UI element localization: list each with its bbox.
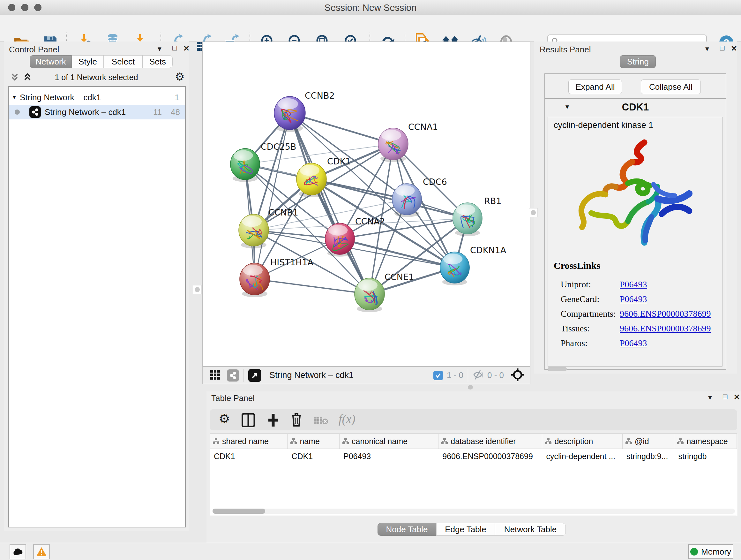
table-cell: CDK1 [287,452,340,461]
node-label-HIST1H1A: HIST1H1A [270,257,314,267]
tab-network[interactable]: Network [30,55,72,68]
node-label-CDKN1A: CDKN1A [470,245,507,255]
column-header--id[interactable]: @id [623,434,675,449]
node-label-CDK1: CDK1 [327,157,351,166]
network-status-dot [15,110,20,115]
crosslink-label: Tissues: [561,323,620,334]
crosslink-link[interactable]: P06493 [620,279,647,290]
delete-table-icon [314,416,328,427]
node-label-RB1: RB1 [484,196,501,206]
collapse-all-button[interactable]: Collapse All [641,79,701,94]
fit-selection-crosshair-icon[interactable] [511,368,524,383]
crosslinks-title: CrossLinks [554,260,600,271]
control-panel-title: Control Panel [9,45,59,55]
hidden-count: 0 - 0 [487,370,504,380]
crosslink-link[interactable]: P06493 [620,338,647,348]
open-in-window-icon[interactable] [248,369,261,382]
cytoscape-window: Session: New Session [0,0,741,560]
network-collection-label: String Network – cdk1 [20,92,101,103]
table-cell: P06493 [340,452,439,461]
left-splitter-handle[interactable] [193,285,202,294]
selected-checkbox-icon[interactable] [433,371,443,380]
table-hscrollbar[interactable] [212,509,735,514]
network-node-CCNB2[interactable]: CCNB2 [274,91,334,132]
expand-all-button[interactable]: Expand All [568,79,622,94]
table-header-row: shared namenamecanonical namedatabase id… [210,434,737,449]
expand-all-tree-icon[interactable] [22,72,32,83]
tab-style[interactable]: Style [72,55,104,68]
control-panel-float-icon[interactable]: □ [172,44,177,52]
table-hscrollbar-thumb[interactable] [212,509,265,514]
tab-edge-table[interactable]: Edge Table [436,523,495,536]
table-tabs: Node TableEdge TableNetwork Table [378,523,566,536]
column-header-shared-name[interactable]: shared name [210,434,287,449]
tab-sets[interactable]: Sets [143,55,173,68]
control-panel-close-icon[interactable]: ✕ [183,44,190,53]
tab-network-table[interactable]: Network Table [495,523,566,536]
network-canvas[interactable]: CCNB2CCNA1CDC25BCDK1CDC6RB1CCNB1CCNA2CDK… [202,42,530,367]
node-label-CCNA2: CCNA2 [355,216,385,226]
gene-title: CDK1 [545,102,726,113]
network-node-CCNE1[interactable]: CCNE1 [354,272,414,312]
table-panel-float-icon[interactable]: □ [723,392,728,401]
table-row[interactable]: CDK1CDK1P064939606.ENSP00000378699cyclin… [210,449,737,463]
crosslink-row: GeneCard:P06493 [561,294,720,304]
network-node-CDKN1A[interactable]: CDKN1A [440,245,507,286]
memory-button[interactable]: Memory [688,544,733,559]
tree-expand-icon[interactable]: ▼ [9,94,20,101]
crosslink-link[interactable]: P06493 [620,294,647,304]
tab-select[interactable]: Select [104,55,143,68]
warning-status-icon[interactable] [33,544,50,559]
tab-string[interactable]: String [620,55,656,68]
column-header-database-identifier[interactable]: database identifier [439,434,542,449]
network-collection-row[interactable]: ▼ String Network – cdk1 1 [9,90,185,105]
crosslinks-list: Uniprot:P06493GeneCard:P06493Compartment… [561,275,720,353]
node-label-CDC25B: CDC25B [261,142,296,152]
control-panel-menu-icon[interactable]: ▼ [156,45,163,53]
results-panel-menu-icon[interactable]: ▼ [704,45,711,53]
results-panel-float-icon[interactable]: □ [720,44,725,52]
show-columns-icon[interactable] [242,413,255,428]
table-panel-title: Table Panel [211,393,255,403]
network-row-selected[interactable]: String Network – cdk1 11 48 [9,105,185,119]
crosslink-row: Compartments:9606.ENSP00000378699 [561,309,720,319]
column-header-namespace[interactable]: namespace [674,434,737,449]
control-panel-tabs: NetworkStyleSelectSets [30,55,173,68]
add-column-icon[interactable] [266,413,280,428]
network-node-CCNA1[interactable]: CCNA1 [378,122,438,162]
table-cell: stringdb:9... [623,452,675,461]
network-node-RB1[interactable]: RB1 [453,196,502,236]
string-network-icon [29,106,41,118]
network-tree: ▼ String Network – cdk1 1 String Network… [8,86,186,527]
network-node-count: 11 [153,107,162,117]
table-panel-menu-icon[interactable]: ▼ [707,394,713,401]
network-graph: CCNB2CCNA1CDC25BCDK1CDC6RB1CCNB1CCNA2CDK… [203,42,530,366]
results-panel-close-icon[interactable]: ✕ [731,44,737,53]
window-title: Session: New Session [0,3,741,13]
crosslink-link[interactable]: 9606.ENSP00000378699 [620,323,711,334]
network-options-gear-icon[interactable]: ⚙ [175,70,185,83]
network-node-HIST1H1A[interactable]: HIST1H1A [240,257,314,297]
table-panel-close-icon[interactable]: ✕ [734,393,740,401]
collapse-all-tree-icon[interactable] [10,72,20,83]
table-cell: cyclin-dependent ... [542,452,622,461]
gene-detail-card: cyclin-dependent kinase 1 [548,117,723,367]
main-toolbar: ? [0,15,741,42]
crosslink-link[interactable]: 9606.ENSP00000378699 [620,309,711,319]
delete-column-icon[interactable] [290,413,303,428]
table-settings-gear-icon[interactable]: ⚙ [219,411,230,426]
column-header-name[interactable]: name [287,434,340,449]
string-panel-icon[interactable] [227,369,239,381]
node-table[interactable]: shared namenamecanonical namedatabase id… [210,434,737,516]
birdseye-view-icon[interactable] [210,370,220,381]
column-header-description[interactable]: description [542,434,622,449]
horizontal-splitter-handle[interactable] [468,385,473,389]
crosslink-row: Uniprot:P06493 [561,279,720,290]
right-splitter-handle[interactable] [529,208,538,217]
results-buttons-box: Expand All Collapse All [544,73,726,100]
table-body: CDK1CDK1P064939606.ENSP00000378699cyclin… [210,449,737,463]
tab-node-table[interactable]: Node Table [378,523,436,536]
cloud-status-icon[interactable] [10,544,26,559]
results-scrollbar[interactable] [548,367,567,371]
column-header-canonical-name[interactable]: canonical name [340,434,439,449]
